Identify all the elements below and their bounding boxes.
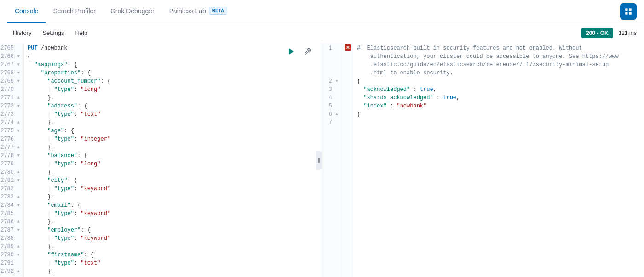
output-line-number — [322, 69, 342, 77]
play-icon — [288, 48, 295, 55]
line-number: 2776 — [0, 135, 23, 143]
output-line-number: 5 — [322, 102, 342, 110]
output-line-number — [322, 52, 342, 61]
output-line-number: 4 — [322, 94, 342, 102]
history-button[interactable]: History — [7, 23, 37, 43]
code-line: { — [24, 52, 322, 61]
code-line: }, — [24, 218, 322, 226]
code-line: }, — [24, 143, 322, 152]
code-line: | "type": "text" — [24, 110, 322, 119]
options-button[interactable] — [301, 45, 314, 58]
line-number: 2766▼ — [0, 52, 23, 61]
gutter-cell — [342, 51, 353, 60]
line-number: 2775▼ — [0, 127, 23, 135]
line-number: 2787▼ — [0, 226, 23, 234]
output-line-number: 6▲ — [322, 110, 342, 119]
line-number: 2789▲ — [0, 243, 23, 251]
tab-console[interactable]: Console — [7, 0, 46, 23]
gutter-cell — [342, 93, 353, 101]
output-line: #! Elasticsearch built-in security featu… — [353, 44, 644, 52]
tab-grok-debugger[interactable]: Grok Debugger — [103, 0, 162, 23]
tab-search-profiler[interactable]: Search Profiler — [46, 0, 103, 23]
line-number: 2790▼ — [0, 251, 23, 259]
editor-pane: 27652766▼2767▼2768▼2769▼27702771▲2772▼27… — [0, 43, 322, 277]
code-line: | "type": "integer" — [24, 135, 322, 143]
code-line: "age": { — [24, 127, 322, 135]
line-number: 2771▲ — [0, 94, 23, 102]
code-line: | "type": "keyword" — [24, 209, 322, 218]
svg-rect-3 — [629, 12, 632, 14]
output-line: { — [353, 77, 644, 85]
gutter-cell — [342, 109, 353, 118]
output-line: "acknowledged" : true, — [353, 85, 644, 94]
line-number: 2773 — [0, 110, 23, 119]
tab-painless-lab[interactable]: Painless Lab BETA — [162, 0, 235, 23]
svg-rect-1 — [629, 8, 632, 11]
code-line: "mappings": { — [24, 61, 322, 69]
line-number: 2779 — [0, 160, 23, 168]
status-badge: 200 - OK — [581, 28, 613, 38]
code-line: "employer": { — [24, 226, 322, 234]
line-number: 2778▼ — [0, 152, 23, 160]
code-line: "properties": { — [24, 69, 322, 77]
settings-button[interactable]: Settings — [37, 23, 69, 43]
code-line: | "type": "long" — [24, 85, 322, 94]
editor-line-numbers: 27652766▼2767▼2768▼2769▼27702771▲2772▼27… — [0, 43, 24, 277]
kibana-icon — [624, 7, 632, 16]
gutter-cell — [342, 60, 353, 68]
line-number: 2765 — [0, 44, 23, 52]
code-line: PUT /newbank — [24, 44, 322, 52]
output-code: #! Elasticsearch built-in security featu… — [353, 43, 644, 277]
line-number: 2785 — [0, 209, 23, 218]
line-number: 2791 — [0, 259, 23, 267]
line-number: 2792▲ — [0, 267, 23, 276]
line-number: 2774▲ — [0, 119, 23, 127]
gutter-cell — [342, 118, 353, 126]
output-line-number: 3 — [322, 85, 342, 94]
line-number: 2777▲ — [0, 143, 23, 152]
svg-marker-4 — [289, 48, 294, 55]
output-line-numbers: 12▼3456▲7 — [322, 43, 342, 277]
code-line: }, — [24, 243, 322, 251]
code-line: | "type": "keyword" — [24, 185, 322, 193]
line-number: 2783▲ — [0, 193, 23, 201]
code-line: | "type": "keyword" — [24, 234, 322, 243]
code-line: }, — [24, 94, 322, 102]
gutter-cell — [342, 76, 353, 85]
help-button[interactable]: Help — [69, 23, 93, 43]
code-line: }, — [24, 168, 322, 176]
output-gutter: ✕ — [342, 43, 353, 277]
code-line: "balance": { — [24, 152, 322, 160]
code-line: | "type": "long" — [24, 160, 322, 168]
code-line: "city": { — [24, 176, 322, 185]
gutter-cell — [342, 85, 353, 93]
line-number: 2772▼ — [0, 102, 23, 110]
line-number: 2769▼ — [0, 77, 23, 85]
line-number: 2786▲ — [0, 218, 23, 226]
beta-badge: BETA — [209, 7, 227, 15]
line-number: 2770 — [0, 85, 23, 94]
gutter-cell: ✕ — [342, 43, 353, 51]
svg-rect-2 — [625, 12, 627, 14]
svg-rect-0 — [625, 8, 627, 11]
output-line: authentication, your cluster could be ac… — [353, 52, 644, 61]
gutter-cell — [342, 68, 353, 76]
pane-divider[interactable]: ‖ — [316, 151, 322, 170]
secondary-nav: History Settings Help 200 - OK 121 ms — [0, 23, 644, 43]
line-number: 2780▲ — [0, 168, 23, 176]
line-number: 2782 — [0, 185, 23, 193]
code-editor[interactable]: PUT /newbank{ "mappings": { "properties"… — [24, 43, 322, 277]
output-line: "index" : "newbank" — [353, 102, 644, 110]
output-line-number: 1 — [322, 44, 342, 52]
code-line: }, — [24, 119, 322, 127]
wrench-icon — [304, 48, 311, 55]
code-line: }, — [24, 267, 322, 276]
output-line: "shards_acknowledged" : true, — [353, 94, 644, 102]
output-pane: 12▼3456▲7 ✕ #! Elasticsearch built-in se… — [322, 43, 644, 277]
code-line: "firstname": { — [24, 251, 322, 259]
output-line: .elastic.co/guide/en/elasticsearch/refer… — [353, 61, 644, 69]
kibana-icon-button[interactable] — [620, 3, 637, 20]
output-line: .html to enable security. — [353, 69, 644, 77]
run-button[interactable] — [285, 45, 298, 58]
output-line-number: 2▼ — [322, 77, 342, 85]
